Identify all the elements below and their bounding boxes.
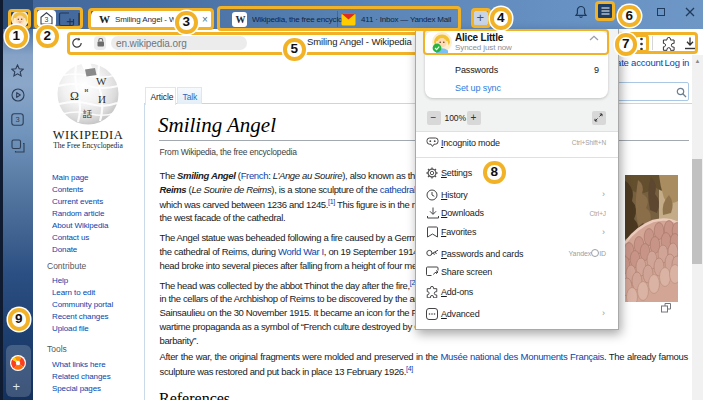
- svg-text:話: 話: [83, 109, 92, 119]
- svg-text:и: и: [85, 86, 89, 94]
- svg-text:Ω: Ω: [70, 89, 79, 103]
- svg-text:И: И: [98, 93, 106, 105]
- svg-text:W: W: [96, 75, 107, 87]
- svg-text:3: 3: [15, 115, 19, 124]
